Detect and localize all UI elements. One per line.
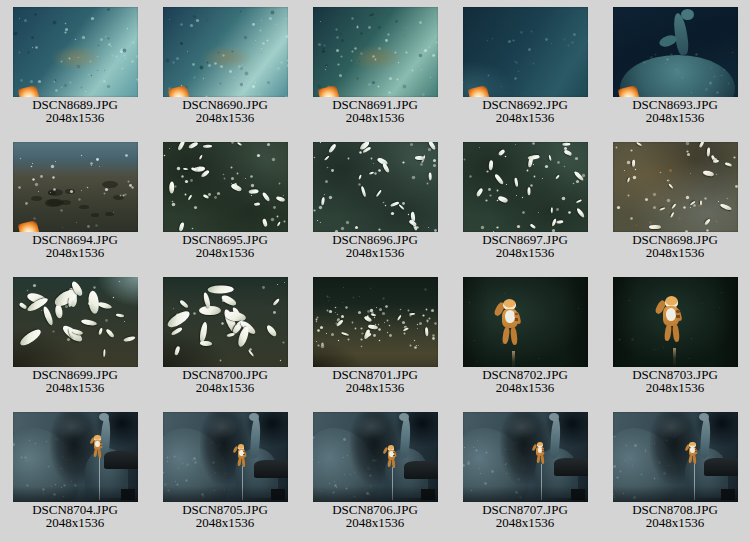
shell-blob (415, 156, 424, 161)
photo-cell-dscn8692[interactable]: DSCN8692.JPG 2048x1536 (450, 0, 600, 135)
photo-thumbnail[interactable] (313, 412, 438, 502)
figurine-leg (540, 455, 544, 464)
shell-blob (489, 160, 494, 170)
tiger-figurine (687, 442, 698, 468)
photo-thumbnail[interactable] (613, 142, 738, 232)
photo-cell-dscn8698[interactable]: DSCN8698.JPG 2048x1536 (600, 135, 750, 270)
photo-cell-dscn8701[interactable]: DSCN8701.JPG 2048x1536 (300, 270, 450, 405)
photo-cell-dscn8697[interactable]: DSCN8697.JPG 2048x1536 (450, 135, 600, 270)
photo-cell-dscn8693[interactable]: DSCN8693.JPG 2048x1536 (600, 0, 750, 135)
photo-cell-dscn8705[interactable]: DSCN8705.JPG 2048x1536 (150, 405, 300, 540)
vent-chimney-knob (549, 413, 559, 421)
shell-blob (179, 299, 189, 309)
shell-blob (371, 314, 377, 317)
photo-thumbnail[interactable] (313, 7, 438, 97)
shell-blob (690, 200, 696, 205)
photo-thumbnail[interactable] (613, 277, 738, 367)
speckle-layer (313, 142, 314, 143)
photo-cell-dscn8695[interactable]: DSCN8695.JPG 2048x1536 (150, 135, 300, 270)
shell-blob (668, 183, 673, 188)
shell-blob (670, 212, 675, 218)
shell-blob (556, 220, 564, 224)
figurine-leg (98, 449, 102, 458)
figurine-stripe (100, 445, 102, 446)
vent-chimney-knob (399, 413, 409, 421)
shell-blob (562, 143, 570, 146)
photo-thumbnail[interactable] (613, 412, 738, 502)
tiger-figurine (660, 296, 683, 351)
shadow-patch (313, 486, 438, 502)
sediment-patch (200, 45, 253, 70)
photo-cell-dscn8699[interactable]: DSCN8699.JPG 2048x1536 (0, 270, 150, 405)
photo-cell-dscn8703[interactable]: DSCN8703.JPG 2048x1536 (600, 270, 750, 405)
shell-blob (494, 173, 505, 185)
speckle-layer (13, 142, 14, 143)
shell-blob (403, 327, 409, 331)
rov-equipment (704, 458, 738, 476)
photo-cell-dscn8702[interactable]: DSCN8702.JPG 2048x1536 (450, 270, 600, 405)
photo-thumbnail[interactable] (163, 142, 288, 232)
figurine-stripe (243, 454, 245, 455)
photo-thumbnail[interactable] (13, 142, 138, 232)
shell-blob (198, 154, 203, 160)
shell-blob (262, 219, 268, 228)
speckle-layer (163, 142, 164, 143)
speckle-layer (163, 277, 164, 278)
photo-cell-dscn8690[interactable]: DSCN8690.JPG 2048x1536 (150, 0, 300, 135)
shell-blob (327, 142, 337, 153)
photo-cell-dscn8707[interactable]: DSCN8707.JPG 2048x1536 (450, 405, 600, 540)
cobble (31, 196, 42, 201)
shell-blob (336, 319, 344, 327)
photo-thumbnail[interactable] (163, 412, 288, 502)
shell-blob (81, 319, 97, 327)
photo-resolution: 2048x1536 (600, 247, 750, 260)
photo-caption: DSCN8706.JPG 2048x1536 (300, 504, 450, 529)
photo-caption: DSCN8693.JPG 2048x1536 (600, 99, 750, 124)
photo-caption: DSCN8691.JPG 2048x1536 (300, 99, 450, 124)
shell-blob (98, 328, 103, 336)
speckle-layer (463, 142, 464, 143)
shell-blob (341, 332, 349, 337)
shell-blob (177, 142, 186, 150)
photo-cell-dscn8694[interactable]: DSCN8694.JPG 2048x1536 (0, 135, 150, 270)
shell-blob (706, 147, 710, 156)
figurine-leg (664, 324, 672, 342)
photo-caption: DSCN8697.JPG 2048x1536 (450, 234, 600, 259)
shell-blob (376, 190, 382, 197)
photo-thumbnail[interactable] (13, 7, 138, 97)
photo-cell-dscn8689[interactable]: DSCN8689.JPG 2048x1536 (0, 0, 150, 135)
shell-blob (357, 175, 361, 181)
photo-caption: DSCN8699.JPG 2048x1536 (0, 369, 150, 394)
shell-blob (409, 313, 415, 315)
shell-blob (627, 178, 630, 183)
shell-blob (55, 304, 63, 319)
photo-thumbnail[interactable] (613, 7, 738, 97)
photo-thumbnail[interactable] (313, 142, 438, 232)
photo-cell-dscn8706[interactable]: DSCN8706.JPG 2048x1536 (300, 405, 450, 540)
photo-thumbnail[interactable] (163, 7, 288, 97)
photo-resolution: 2048x1536 (0, 382, 150, 395)
photo-thumbnail[interactable] (163, 277, 288, 367)
photo-thumbnail[interactable] (463, 412, 588, 502)
photo-resolution: 2048x1536 (0, 247, 150, 260)
photo-resolution: 2048x1536 (450, 382, 600, 395)
photo-thumbnail[interactable] (313, 277, 438, 367)
photo-thumbnail[interactable] (463, 277, 588, 367)
shell-blob (698, 142, 704, 148)
photo-cell-dscn8691[interactable]: DSCN8691.JPG 2048x1536 (300, 0, 450, 135)
photo-caption: DSCN8696.JPG 2048x1536 (300, 234, 450, 259)
speckle-layer (13, 412, 14, 413)
photo-cell-dscn8696[interactable]: DSCN8696.JPG 2048x1536 (300, 135, 450, 270)
photo-thumbnail[interactable] (463, 142, 588, 232)
shell-blob (476, 188, 484, 198)
tiger-figurine (534, 442, 545, 468)
photo-resolution: 2048x1536 (150, 112, 300, 125)
photo-cell-dscn8700[interactable]: DSCN8700.JPG 2048x1536 (150, 270, 300, 405)
photo-thumbnail[interactable] (13, 277, 138, 367)
photo-cell-dscn8708[interactable]: DSCN8708.JPG 2048x1536 (600, 405, 750, 540)
photo-cell-dscn8704[interactable]: DSCN8704.JPG 2048x1536 (0, 405, 150, 540)
photo-thumbnail[interactable] (13, 412, 138, 502)
photo-thumbnail[interactable] (463, 7, 588, 97)
vent-chimney-knob (99, 413, 109, 421)
speckle-layer (163, 7, 164, 8)
